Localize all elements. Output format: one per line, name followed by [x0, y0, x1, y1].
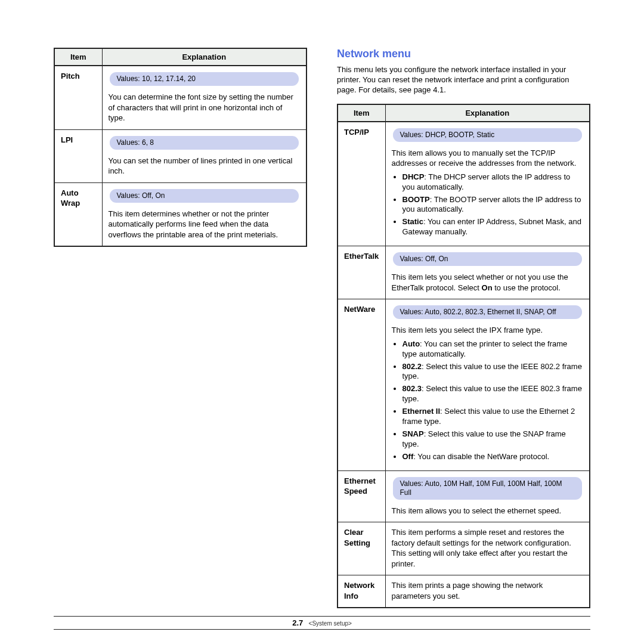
list-item: DHCP: The DHCP server allots the IP addr…: [402, 172, 584, 193]
item-expl: Values: DHCP, BOOTP, Static This item al…: [385, 122, 590, 246]
table-header-row: Item Explanation: [338, 104, 590, 122]
page-body: Item Explanation Pitch Values: 10, 12, 1…: [0, 0, 644, 632]
item-expl: Values: 6, 8 You can set the number of l…: [102, 129, 306, 182]
table-row: Pitch Values: 10, 12, 17.14, 20 You can …: [54, 66, 306, 129]
item-expl: This item prints a page showing the netw…: [385, 575, 590, 608]
values-pill: Values: 10, 12, 17.14, 20: [110, 72, 299, 86]
table-row: EtherTalk Values: Off, On This item lets…: [338, 246, 590, 299]
item-name: LPI: [54, 129, 102, 182]
col-expl-header: Explanation: [385, 104, 590, 122]
item-name: Auto Wrap: [54, 182, 102, 246]
col-item-header: Item: [54, 48, 102, 66]
table-row: Auto Wrap Values: Off, On This item dete…: [54, 182, 306, 246]
page-number: 2.7: [292, 618, 303, 627]
values-pill: Values: Auto, 10M Half, 10M Full, 100M H…: [393, 477, 583, 500]
item-desc: This item determines whether or not the …: [109, 209, 301, 240]
table-row: Ethernet Speed Values: Auto, 10M Half, 1…: [338, 470, 590, 522]
list-item: Off: You can disable the NetWare protoco…: [402, 452, 584, 462]
list-item: Auto: You can set the printer to select …: [402, 339, 584, 360]
values-pill: Values: 6, 8: [110, 136, 299, 150]
item-expl: This item performs a simple reset and re…: [385, 522, 590, 575]
list-item: SNAP: Select this value to use the SNAP …: [402, 429, 584, 450]
col-item-header: Item: [338, 104, 385, 122]
item-name: Network Info: [338, 575, 385, 608]
item-desc: This item prints a page showing the netw…: [392, 580, 584, 601]
item-expl: Values: Off, On This item determines whe…: [102, 182, 306, 246]
section-intro: This menu lets you configure the network…: [337, 65, 590, 95]
item-expl: Values: Off, On This item lets you selec…: [385, 246, 590, 299]
item-name: NetWare: [338, 299, 385, 470]
item-expl: Values: Auto, 802.2, 802.3, Ethernet II,…: [385, 299, 590, 470]
table-row: LPI Values: 6, 8 You can set the number …: [54, 129, 306, 182]
table-header-row: Item Explanation: [54, 48, 306, 66]
item-desc: This item lets you select the IPX frame …: [392, 325, 584, 336]
list-item: Ethernet II: Select this value to use th…: [402, 407, 584, 427]
item-name: Clear Setting: [338, 522, 385, 575]
item-desc: You can determine the font size by setti…: [109, 92, 301, 123]
values-pill: Values: Auto, 802.2, 802.3, Ethernet II,…: [393, 305, 583, 319]
values-pill: Values: Off, On: [110, 189, 299, 203]
item-name: Ethernet Speed: [338, 470, 385, 522]
left-table: Item Explanation Pitch Values: 10, 12, 1…: [54, 48, 307, 247]
list-item: 802.2: Select this value to use the IEEE…: [402, 362, 584, 382]
item-name: TCP/IP: [338, 122, 385, 246]
table-row: NetWare Values: Auto, 802.2, 802.3, Ethe…: [338, 299, 590, 470]
table-row: Clear Setting This item performs a simpl…: [338, 522, 590, 575]
section-title: Network menu: [337, 48, 590, 60]
bullet-list: DHCP: The DHCP server allots the IP addr…: [392, 172, 584, 237]
page-footer: 2.7 <System setup>: [54, 616, 590, 630]
item-desc: You can set the number of lines printed …: [109, 156, 301, 177]
item-name: EtherTalk: [338, 246, 385, 299]
list-item: 802.3: Select this value to use the IEEE…: [402, 384, 584, 404]
item-desc: This item performs a simple reset and re…: [392, 527, 584, 569]
table-row: TCP/IP Values: DHCP, BOOTP, Static This …: [338, 122, 590, 246]
col-expl-header: Explanation: [102, 48, 306, 66]
values-pill: Values: DHCP, BOOTP, Static: [393, 128, 583, 142]
item-desc: This item allows you to select the ether…: [392, 506, 584, 516]
list-item: BOOTP: The BOOTP server allots the IP ad…: [402, 195, 584, 215]
footer-label: <System setup>: [309, 620, 352, 627]
item-expl: Values: Auto, 10M Half, 10M Full, 100M H…: [385, 470, 590, 522]
right-table: Item Explanation TCP/IP Values: DHCP, BO…: [337, 104, 590, 609]
left-column: Item Explanation Pitch Values: 10, 12, 1…: [54, 48, 307, 608]
item-desc: This item lets you select whether or not…: [392, 272, 584, 293]
item-desc: This item allows you to manually set the…: [392, 148, 584, 169]
list-item: Static: You can enter IP Address, Subnet…: [402, 217, 584, 237]
item-name: Pitch: [54, 66, 102, 129]
table-row: Network Info This item prints a page sho…: [338, 575, 590, 608]
bullet-list: Auto: You can set the printer to select …: [392, 339, 584, 462]
item-expl: Values: 10, 12, 17.14, 20 You can determ…: [102, 66, 306, 129]
right-column: Network menu This menu lets you configur…: [337, 48, 590, 608]
values-pill: Values: Off, On: [393, 252, 583, 266]
